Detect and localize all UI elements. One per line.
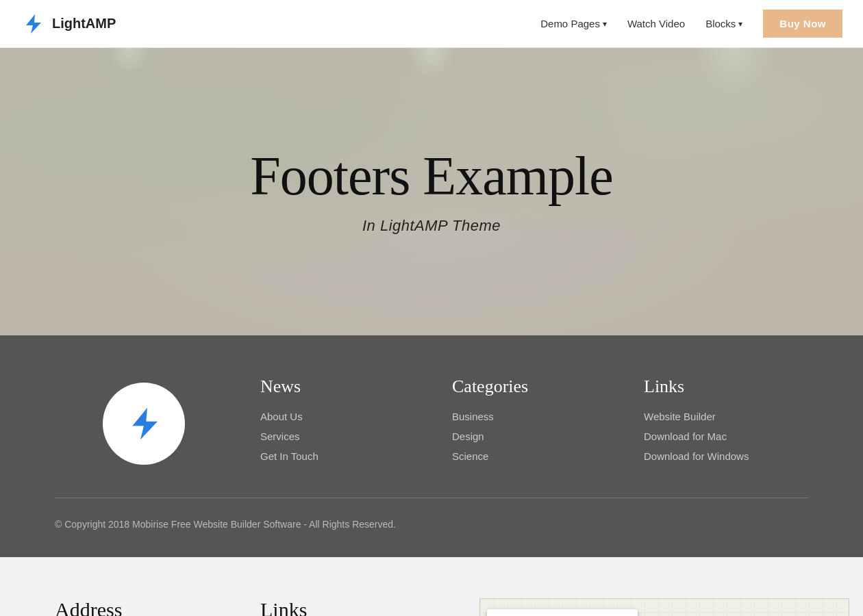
cat-link-design[interactable]: Design <box>452 431 616 442</box>
cat-link-business[interactable]: Business <box>452 411 616 422</box>
address-title: Address <box>55 598 233 616</box>
footer-logo-area <box>55 376 233 470</box>
news-title: News <box>260 376 425 397</box>
nav-watch-video[interactable]: Watch Video <box>627 18 685 29</box>
nav-demo-pages[interactable]: Demo Pages <box>540 18 607 29</box>
footer-light: Address Links 350 5th Ave 350 5th Ave, N… <box>0 557 863 616</box>
hero-section: Footers Example In LightAMP Theme <box>0 48 863 335</box>
cat-link-science[interactable]: Science <box>452 450 616 462</box>
map-popup: 350 5th Ave 350 5th Ave, New York, NY 10… <box>487 609 638 616</box>
hero-title: Footers Example <box>250 149 612 203</box>
lightning-icon <box>21 12 45 36</box>
footer-col-news: News About Us Services Get In Touch <box>260 376 425 470</box>
news-link-services[interactable]: Services <box>260 431 425 442</box>
categories-title: Categories <box>452 376 616 397</box>
footer-dark: News About Us Services Get In Touch Cate… <box>0 335 863 557</box>
main-nav: Demo Pages Watch Video Blocks Buy Now <box>540 10 842 38</box>
link-download-mac[interactable]: Download for Mac <box>644 431 808 442</box>
hero-subtitle: In LightAMP Theme <box>250 217 612 235</box>
footer-light-grid: Address Links 350 5th Ave 350 5th Ave, N… <box>55 598 808 616</box>
link-download-windows[interactable]: Download for Windows <box>644 450 808 462</box>
link-website-builder[interactable]: Website Builder <box>644 411 808 422</box>
footer-dark-grid: News About Us Services Get In Touch Cate… <box>55 376 808 498</box>
navbar: LightAMP Demo Pages Watch Video Blocks B… <box>0 0 863 48</box>
footer-col-links: Links Website Builder Download for Mac D… <box>644 376 808 470</box>
map-container: 350 5th Ave 350 5th Ave, New York, NY 10… <box>479 598 849 616</box>
footer-logo-circle <box>103 383 185 465</box>
links-title: Links <box>644 376 808 397</box>
footer-copyright: © Copyright 2018 Mobirise Free Website B… <box>55 498 808 530</box>
brand-name: LightAMP <box>52 16 116 31</box>
hero-content: Footers Example In LightAMP Theme <box>250 149 612 235</box>
footer-lightning-icon <box>123 403 164 444</box>
brand-logo[interactable]: LightAMP <box>21 12 116 36</box>
nav-blocks[interactable]: Blocks <box>705 18 742 29</box>
footer-col-categories: Categories Business Design Science <box>452 376 616 470</box>
buy-now-button[interactable]: Buy Now <box>763 10 842 38</box>
links-section: Links <box>260 598 452 616</box>
links-section-title: Links <box>260 598 452 616</box>
news-link-about[interactable]: About Us <box>260 411 425 422</box>
address-section: Address <box>55 598 233 616</box>
news-link-contact[interactable]: Get In Touch <box>260 450 425 462</box>
